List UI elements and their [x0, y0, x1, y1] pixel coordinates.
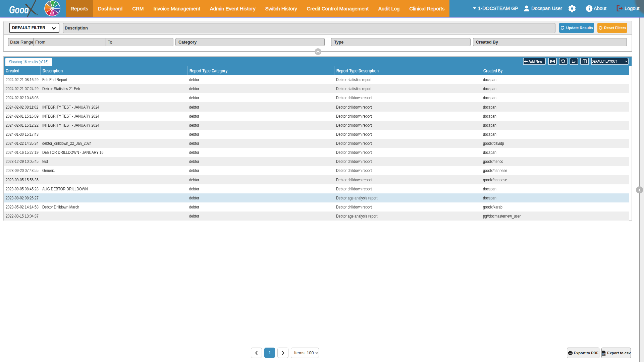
- svg-text:CSV: CSV: [602, 353, 606, 355]
